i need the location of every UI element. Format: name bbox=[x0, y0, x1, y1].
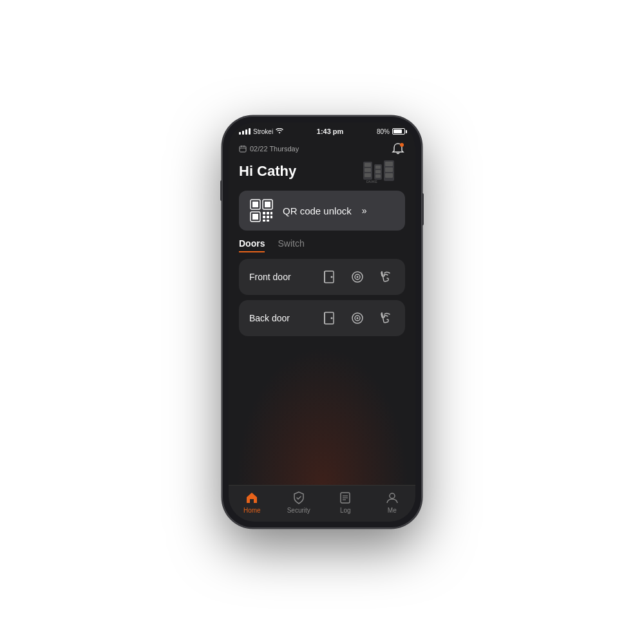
tab-doors[interactable]: Doors bbox=[239, 238, 265, 252]
tabs-row: Doors Switch bbox=[229, 231, 415, 252]
home-icon bbox=[245, 491, 259, 505]
carrier-name: Strokei bbox=[253, 128, 273, 135]
nav-home[interactable]: Home bbox=[234, 491, 270, 514]
nav-home-label: Home bbox=[243, 507, 261, 514]
svg-rect-15 bbox=[385, 167, 393, 172]
phone-shell: Strokei 1:43 pm 80% bbox=[222, 116, 422, 528]
svg-point-34 bbox=[331, 276, 333, 278]
svg-point-40 bbox=[331, 317, 333, 319]
svg-rect-6 bbox=[365, 163, 371, 167]
security-icon bbox=[292, 491, 306, 505]
status-left: Strokei bbox=[239, 128, 283, 135]
svg-rect-8 bbox=[365, 173, 371, 177]
app-header: 02/22 Thursday Hi Cathy bbox=[229, 138, 415, 184]
svg-rect-10 bbox=[375, 166, 381, 169]
door-lock-button-front[interactable] bbox=[348, 268, 366, 286]
svg-rect-19 bbox=[252, 202, 258, 207]
battery-icon bbox=[392, 128, 405, 135]
door-open-button-front[interactable] bbox=[320, 268, 338, 286]
svg-rect-25 bbox=[267, 212, 269, 214]
phone-screen: Strokei 1:43 pm 80% bbox=[229, 122, 415, 522]
svg-rect-30 bbox=[267, 220, 269, 222]
svg-rect-24 bbox=[263, 212, 265, 214]
qr-label: QR code unlock bbox=[283, 205, 352, 216]
status-right: 80% bbox=[377, 128, 405, 135]
notification-button[interactable] bbox=[391, 142, 405, 156]
svg-rect-11 bbox=[375, 170, 381, 173]
svg-point-43 bbox=[357, 317, 359, 319]
door-name-back: Back door bbox=[249, 313, 312, 323]
tab-switch[interactable]: Switch bbox=[278, 238, 304, 252]
door-name-front: Front door bbox=[249, 272, 312, 282]
qr-banner[interactable]: QR code unlock » bbox=[239, 191, 405, 231]
door-actions-front bbox=[320, 268, 395, 286]
nav-security[interactable]: Security bbox=[281, 491, 316, 514]
svg-text:DAAKE: DAAKE bbox=[366, 180, 378, 184]
svg-rect-29 bbox=[263, 220, 265, 222]
door-lock-button-back[interactable] bbox=[348, 309, 366, 327]
greeting: Hi Cathy bbox=[239, 163, 296, 180]
door-card-back[interactable]: Back door bbox=[239, 300, 405, 336]
door-actions-back bbox=[320, 309, 395, 327]
svg-point-48 bbox=[390, 493, 395, 498]
me-icon bbox=[385, 491, 399, 505]
signal-icon bbox=[239, 128, 251, 135]
door-call-button-back[interactable] bbox=[377, 309, 395, 327]
bottom-nav: Home Security bbox=[229, 485, 415, 522]
date-display: 02/22 Thursday bbox=[239, 145, 299, 153]
svg-rect-31 bbox=[270, 216, 272, 218]
date-text: 02/22 Thursday bbox=[250, 145, 299, 153]
battery-percent: 80% bbox=[377, 128, 390, 135]
svg-rect-23 bbox=[252, 214, 258, 220]
svg-point-37 bbox=[357, 276, 359, 278]
nav-me-label: Me bbox=[388, 507, 397, 514]
svg-rect-28 bbox=[267, 216, 269, 218]
qr-arrow: » bbox=[362, 205, 367, 216]
doors-list: Front door bbox=[229, 252, 415, 336]
background-glow bbox=[229, 336, 415, 485]
svg-point-4 bbox=[400, 143, 404, 147]
door-call-button-front[interactable] bbox=[377, 268, 395, 286]
app-content: 02/22 Thursday Hi Cathy bbox=[229, 138, 415, 522]
greeting-row: Hi Cathy bbox=[239, 158, 405, 184]
nav-security-label: Security bbox=[287, 507, 310, 514]
nav-log-label: Log bbox=[340, 507, 351, 514]
svg-rect-21 bbox=[265, 202, 270, 207]
svg-rect-16 bbox=[385, 173, 393, 178]
wifi-icon bbox=[276, 128, 283, 135]
nav-me[interactable]: Me bbox=[374, 491, 410, 514]
svg-rect-12 bbox=[375, 175, 381, 178]
date-row: 02/22 Thursday bbox=[239, 142, 405, 156]
status-time: 1:43 pm bbox=[317, 128, 344, 135]
log-icon bbox=[338, 491, 352, 505]
brand-logo: DAAKE bbox=[360, 158, 405, 184]
calendar-icon bbox=[239, 145, 247, 153]
nav-log[interactable]: Log bbox=[328, 491, 363, 514]
svg-rect-27 bbox=[263, 216, 265, 218]
battery-fill bbox=[393, 129, 402, 133]
svg-rect-7 bbox=[365, 168, 371, 172]
status-bar: Strokei 1:43 pm 80% bbox=[229, 122, 415, 138]
svg-rect-26 bbox=[270, 212, 272, 214]
svg-rect-14 bbox=[385, 162, 393, 166]
door-card-front[interactable]: Front door bbox=[239, 259, 405, 295]
svg-rect-0 bbox=[240, 146, 246, 152]
door-open-button-back[interactable] bbox=[320, 309, 338, 327]
qr-code-icon bbox=[249, 198, 274, 223]
